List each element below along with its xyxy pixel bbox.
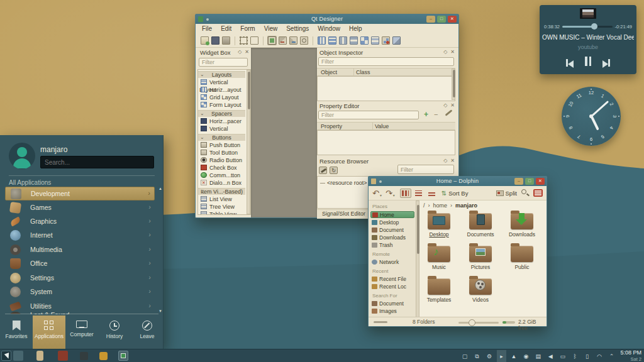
vlc-icon[interactable]: ▲ bbox=[509, 350, 518, 362]
edit-widgets-icon[interactable] bbox=[268, 36, 276, 45]
widget-box-filter-input[interactable] bbox=[199, 58, 248, 67]
hamburger-menu-button[interactable] bbox=[533, 189, 543, 197]
dock-float-icon[interactable]: ◇ bbox=[443, 49, 447, 55]
menu-item-development[interactable]: Development› bbox=[5, 187, 155, 200]
menu-help[interactable]: Help bbox=[349, 25, 362, 33]
menu-item-multimedia[interactable]: Multimedia› bbox=[5, 243, 155, 257]
place-trash[interactable]: Trash bbox=[370, 242, 414, 249]
folder-downloads[interactable]: Downloads bbox=[502, 213, 541, 238]
media-next-button[interactable] bbox=[602, 58, 610, 69]
footer-leave[interactable]: Leave bbox=[131, 315, 164, 349]
task-qt-designer[interactable] bbox=[118, 351, 128, 361]
copy-icon[interactable] bbox=[240, 36, 248, 45]
back-button[interactable]: ↶ bbox=[372, 189, 379, 198]
folder-desktop[interactable]: Desktop bbox=[419, 213, 458, 238]
resource-filter-input[interactable] bbox=[397, 165, 454, 174]
qt-canvas[interactable] bbox=[251, 48, 317, 217]
place-recent-files[interactable]: Recent File bbox=[370, 276, 414, 283]
menu-view[interactable]: View bbox=[264, 25, 278, 33]
reload-resources-button[interactable]: ↻ bbox=[330, 167, 338, 174]
place-documents[interactable]: Document bbox=[370, 227, 414, 234]
menu-settings[interactable]: Settings bbox=[286, 25, 309, 33]
dock-float-icon[interactable]: ◇ bbox=[443, 158, 447, 163]
zoom-slider-knob[interactable] bbox=[469, 319, 475, 326]
breadcrumb-manjaro[interactable]: manjaro bbox=[455, 202, 477, 209]
folder-documents[interactable]: Documents bbox=[461, 213, 500, 238]
details-view-button[interactable] bbox=[426, 189, 438, 198]
scroll-down-icon[interactable]: ▼ bbox=[158, 309, 162, 313]
volume-icon[interactable]: ◀ bbox=[546, 350, 555, 362]
widget-check-box[interactable]: Check Box bbox=[199, 164, 245, 172]
horizontal-scrollbar[interactable] bbox=[374, 321, 387, 323]
widget-dialog-button-box[interactable]: Dialo...n Box bbox=[199, 179, 245, 187]
menu-item-office[interactable]: Office› bbox=[5, 257, 155, 271]
widget-horizontal-spacer[interactable]: Horiz...pacer bbox=[199, 118, 245, 125]
media-progress-knob[interactable] bbox=[591, 23, 597, 30]
media-thumbnail[interactable] bbox=[580, 8, 596, 19]
widget-box-group[interactable]: ⌄Buttons bbox=[198, 134, 245, 141]
widget-form-layout[interactable]: Form Layout bbox=[199, 101, 245, 109]
close-button[interactable]: ✕ bbox=[536, 178, 545, 185]
widget-horizontal-layout[interactable]: Horiz...ayout bbox=[199, 86, 245, 94]
new-form-icon[interactable] bbox=[201, 36, 209, 45]
layout-splitter-h-icon[interactable] bbox=[339, 36, 347, 45]
menu-item-internet[interactable]: Internet› bbox=[5, 229, 155, 243]
edit-buddies-icon[interactable] bbox=[289, 36, 297, 45]
menu-item-games[interactable]: Games› bbox=[5, 201, 155, 215]
zoom-slider-track[interactable] bbox=[458, 322, 499, 324]
object-inspector-scrollbar[interactable] bbox=[452, 69, 455, 100]
widget-radio-button[interactable]: Radio Button bbox=[199, 156, 245, 164]
footer-computer[interactable]: Computer bbox=[65, 315, 98, 349]
paste-icon[interactable] bbox=[250, 36, 258, 45]
place-search-documents[interactable]: Document bbox=[370, 300, 414, 307]
sort-by-button[interactable]: ⇅Sort By bbox=[441, 190, 469, 197]
menu-launcher-button[interactable] bbox=[1, 351, 11, 361]
show-desktop-button[interactable] bbox=[13, 351, 23, 361]
folder-music[interactable]: ♪ Music bbox=[419, 246, 458, 270]
object-inspector-filter-input[interactable] bbox=[318, 57, 454, 66]
media-progress-track[interactable] bbox=[562, 26, 613, 28]
media-pause-button[interactable] bbox=[585, 57, 591, 69]
launcher-dolphin[interactable] bbox=[58, 351, 68, 361]
dock-close-icon[interactable]: ✕ bbox=[450, 158, 455, 163]
taskbar-clock[interactable]: 5:08 PM Sat 2 bbox=[620, 350, 641, 362]
widget-grid-layout[interactable]: Grid Layout bbox=[199, 94, 245, 101]
menu-item-settings[interactable]: Settings› bbox=[5, 272, 155, 285]
widget-command-button[interactable]: Comm...tton bbox=[199, 172, 245, 179]
widget-vertical-spacer[interactable]: Vertical Spacer bbox=[199, 125, 245, 133]
dock-close-icon[interactable]: ✕ bbox=[245, 49, 249, 55]
minimize-button[interactable]: – bbox=[426, 16, 435, 23]
dolphin-titlebar[interactable]: Home – Dolphin – □ ✕ bbox=[369, 177, 547, 186]
dock-close-icon[interactable]: ✕ bbox=[450, 102, 455, 108]
property-editor-filter-input[interactable] bbox=[318, 111, 419, 119]
layout-horizontal-icon[interactable] bbox=[328, 36, 336, 45]
folder-pictures[interactable]: Pictures bbox=[461, 246, 500, 270]
icons-view-button[interactable] bbox=[400, 189, 411, 198]
widget-box-group[interactable]: ⌄Layouts bbox=[198, 71, 245, 78]
place-recent-locations[interactable]: Recent Loc bbox=[370, 283, 414, 290]
kdeconnect-icon[interactable]: ◉ bbox=[521, 350, 531, 362]
column-class[interactable]: Class bbox=[356, 69, 370, 75]
widget-push-button[interactable]: Push Button bbox=[199, 141, 245, 149]
dock-float-icon[interactable]: ◇ bbox=[443, 102, 447, 108]
place-desktop[interactable]: Desktop bbox=[370, 219, 414, 226]
adjust-size-icon[interactable] bbox=[392, 36, 401, 45]
layout-grid-icon[interactable] bbox=[360, 36, 369, 45]
layout-splitter-v-icon[interactable] bbox=[350, 36, 358, 45]
minimize-button[interactable]: – bbox=[514, 178, 523, 185]
folder-public[interactable]: Public bbox=[502, 246, 541, 270]
edit-signals-icon[interactable] bbox=[279, 36, 287, 45]
media-player-icon[interactable]: ▸ bbox=[497, 350, 506, 362]
layout-form-icon[interactable] bbox=[371, 36, 379, 45]
clipboard-icon[interactable]: ⧉ bbox=[472, 350, 482, 362]
menu-edit[interactable]: Edit bbox=[221, 25, 231, 33]
widget-box-group[interactable]: ⌄Spacers bbox=[198, 110, 245, 117]
notes-icon[interactable]: ▤ bbox=[533, 350, 543, 362]
edit-taborder-icon[interactable] bbox=[300, 36, 308, 45]
open-form-icon[interactable] bbox=[211, 36, 219, 45]
launcher-notifier[interactable] bbox=[99, 352, 108, 360]
network-icon[interactable]: ◠ bbox=[595, 350, 604, 362]
split-button[interactable]: Split bbox=[496, 190, 517, 197]
place-search-images[interactable]: Images bbox=[370, 308, 414, 315]
widget-tree-view[interactable]: Tree View bbox=[199, 203, 245, 211]
